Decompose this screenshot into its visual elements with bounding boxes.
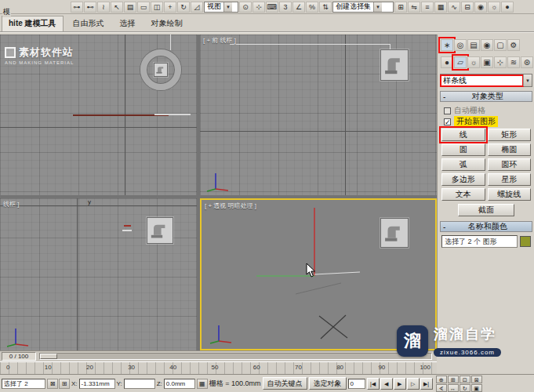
spinner-snap-icon[interactable]: ⇅ [319, 2, 332, 13]
tab-graphite-modeling[interactable]: hite 建模工具 [2, 16, 64, 31]
fov-button[interactable]: ∢ [436, 384, 447, 392]
hierarchy-tab[interactable]: ▤ [467, 39, 480, 51]
chevron-down-icon[interactable]: ▼ [523, 74, 532, 86]
window-crossing-icon[interactable]: ◫ [151, 2, 163, 13]
viewport-front[interactable]: [ + 前 线框 ] [200, 34, 437, 195]
motion-tab[interactable]: ◉ [481, 39, 493, 51]
edit-named-selection-sets-icon[interactable]: ⊞ [394, 2, 407, 13]
object-type-button[interactable]: 文本 [441, 188, 485, 201]
systems-category-icon[interactable]: ⊛ [521, 56, 533, 68]
time-slider-handle[interactable] [40, 354, 57, 359]
bind-to-space-warp-icon[interactable]: ≀ [97, 2, 110, 13]
lights-category-icon[interactable]: ☼ [467, 56, 480, 68]
object-type-button[interactable]: 星形 [488, 173, 532, 186]
reference-coordinate-dropdown[interactable]: 视图 ▼ [204, 2, 238, 13]
select-and-move-icon[interactable]: + [164, 2, 176, 13]
viewport-left[interactable]: 线框 ] y [0, 198, 197, 350]
named-selection-set-dropdown[interactable]: 创建选择集 ▼ [332, 2, 394, 13]
z-coordinate-field[interactable]: 0.0mm [164, 379, 195, 389]
render-production-icon[interactable]: ● [501, 2, 514, 13]
pan-button[interactable]: ↔ [448, 384, 459, 392]
tab-freeform[interactable]: 自由形式 [67, 16, 111, 31]
donut-spline-object[interactable] [140, 49, 181, 90]
absolute-mode-toggle-button[interactable]: ⊞ [59, 379, 70, 389]
tab-object-paint[interactable]: 对象绘制 [145, 16, 189, 31]
geometry-category-icon[interactable]: ● [441, 56, 453, 68]
object-type-button[interactable]: 弧 [441, 158, 485, 171]
select-object-icon[interactable]: ↖ [111, 2, 123, 13]
current-frame-field[interactable]: 0 [348, 379, 365, 389]
object-type-rollout-header[interactable]: - 对象类型 [440, 91, 532, 102]
track-bar[interactable]: 0102030405060708090100 [0, 361, 437, 374]
display-tab[interactable]: ▢ [494, 39, 507, 51]
object-type-button[interactable]: 线 [441, 129, 485, 141]
select-and-rotate-icon[interactable]: ↻ [177, 2, 190, 13]
faucet-reference-image[interactable] [154, 63, 168, 77]
x-coordinate-field[interactable]: -1.331mm [79, 379, 115, 389]
object-type-button[interactable]: 截面 [458, 204, 515, 216]
faucet-reference-image[interactable] [147, 217, 173, 244]
viewport-label[interactable]: [ + 前 线框 ] [203, 36, 236, 45]
shapes-category-icon[interactable]: ▱ [454, 56, 467, 68]
selection-lock-toggle-button[interactable]: ⊠ [47, 379, 58, 389]
faucet-reference-image[interactable] [380, 218, 409, 248]
chevron-down-icon[interactable]: ▼ [373, 2, 382, 12]
play-button[interactable]: ▶ [394, 378, 406, 390]
auto-key-button[interactable]: 自动关键点 [263, 377, 307, 390]
render-setup-icon[interactable]: ☼ [488, 2, 500, 13]
selected-spline-segment[interactable] [230, 44, 391, 45]
material-editor-icon[interactable]: ◉ [474, 2, 487, 13]
layer-manager-icon[interactable]: ▦ [434, 2, 447, 13]
object-type-button[interactable]: 圆 [441, 143, 485, 156]
orbit-button[interactable]: ↻ [460, 384, 470, 392]
zoom-extents-button[interactable]: ⊡ [460, 376, 470, 383]
snap-toggle-icon[interactable]: 3 [279, 2, 292, 13]
select-and-link-icon[interactable]: ⊶ [71, 2, 83, 13]
utilities-tab[interactable]: ⚙ [507, 39, 520, 51]
tab-selection[interactable]: 选择 [114, 16, 142, 31]
select-and-manipulate-icon[interactable]: ⊹ [252, 2, 265, 13]
align-icon[interactable]: ≡ [421, 2, 434, 13]
select-and-scale-icon[interactable]: ◿ [191, 2, 203, 13]
next-frame-button[interactable]: ▷ [407, 378, 420, 390]
chevron-down-icon[interactable]: ▼ [223, 2, 232, 12]
object-type-button[interactable]: 椭圆 [488, 143, 532, 156]
object-type-button[interactable]: 圆环 [488, 158, 532, 171]
selected-spline-segment[interactable] [154, 114, 191, 115]
previous-frame-button[interactable]: ◀ [380, 378, 393, 390]
autogrid-checkbox[interactable] [444, 107, 451, 114]
go-to-start-button[interactable]: |◀ [367, 378, 380, 390]
select-by-name-icon[interactable]: ▤ [124, 2, 136, 13]
schematic-view-icon[interactable]: ⊟ [461, 2, 474, 13]
time-slider-track[interactable] [39, 353, 432, 360]
object-type-button[interactable]: 螺旋线 [488, 188, 532, 201]
maximize-viewport-button[interactable]: ▣ [471, 384, 482, 392]
key-filter-button[interactable]: 选定对象 [309, 377, 347, 390]
start-new-shape-checkbox[interactable]: ✓ [444, 118, 451, 125]
grid-snap-icon[interactable]: ▦ [197, 379, 208, 389]
spline-type-dropdown[interactable]: 样条线 ▼ [440, 74, 532, 87]
angle-snap-icon[interactable]: ∠ [292, 2, 305, 13]
cameras-category-icon[interactable]: ▣ [481, 56, 493, 68]
go-to-end-button[interactable]: ▶| [420, 378, 433, 390]
percent-snap-icon[interactable]: % [306, 2, 318, 13]
viewport-label[interactable]: 线框 ] [3, 200, 19, 209]
object-color-swatch[interactable] [520, 236, 531, 247]
space-warps-category-icon[interactable]: ≋ [507, 56, 520, 68]
object-name-field[interactable]: 选择了 2 个 图形 [441, 235, 518, 248]
modify-tab[interactable]: ◎ [454, 39, 467, 51]
rectangular-selection-region-icon[interactable]: ▭ [137, 2, 150, 13]
selected-spline-segment[interactable] [122, 230, 132, 231]
create-tab[interactable]: ∗ [441, 39, 453, 51]
zoom-button[interactable]: ⊕ [436, 376, 447, 383]
viewport-label[interactable]: [ + 透视 明暗处理 ] [205, 201, 256, 210]
faucet-reference-image[interactable] [380, 49, 409, 81]
unlink-selection-icon[interactable]: ⊷ [84, 2, 96, 13]
curve-editor-icon[interactable]: ∿ [448, 2, 460, 13]
zoom-extents-all-button[interactable]: ⊠ [471, 376, 482, 383]
line-spline-object[interactable] [124, 225, 131, 227]
mirror-icon[interactable]: ⇋ [408, 2, 420, 13]
helpers-category-icon[interactable]: ⊹ [494, 56, 507, 68]
object-type-button[interactable]: 矩形 [488, 129, 532, 141]
zoom-all-button[interactable]: ⊞ [448, 376, 459, 383]
